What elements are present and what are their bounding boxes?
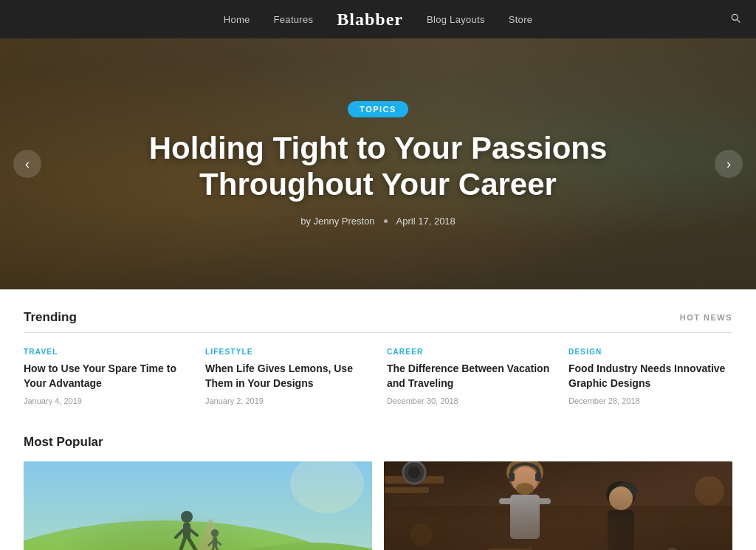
svg-point-40 <box>616 482 637 500</box>
navbar: Home Features Blabber Blog Layouts Store <box>0 0 756 38</box>
svg-rect-22 <box>385 487 429 493</box>
trending-header: Trending HOT NEWS <box>24 310 732 333</box>
svg-rect-20 <box>384 506 732 550</box>
svg-rect-35 <box>535 472 541 481</box>
svg-point-1 <box>24 520 372 550</box>
article-date-3: December 28, 2018 <box>568 396 732 405</box>
article-category-0: TRAVEL <box>24 348 188 356</box>
svg-point-43 <box>695 476 724 506</box>
chevron-left-icon: ‹ <box>25 157 30 172</box>
svg-rect-21 <box>385 476 444 484</box>
article-date-1: January 2, 2019 <box>205 396 369 405</box>
popular-card-1-image <box>24 461 372 550</box>
popular-card-2-image <box>384 461 732 550</box>
trending-item-1[interactable]: LIFESTYLE When Life Gives Lemons, Use Th… <box>205 348 369 405</box>
article-date-2: December 30, 2018 <box>387 396 551 405</box>
popular-title: Most Popular <box>24 435 732 450</box>
hero-prev-button[interactable]: ‹ <box>13 150 41 178</box>
svg-rect-36 <box>510 495 540 539</box>
svg-rect-0 <box>24 461 372 550</box>
svg-point-3 <box>290 461 364 513</box>
svg-rect-34 <box>509 472 515 481</box>
svg-rect-14 <box>213 537 218 547</box>
svg-point-33 <box>516 483 534 495</box>
article-date-0: January 4, 2019 <box>24 396 188 405</box>
nav-links: Home Features Blabber Blog Layouts Store <box>224 10 533 30</box>
svg-point-44 <box>410 524 433 546</box>
svg-point-2 <box>165 543 372 550</box>
trending-item-0[interactable]: TRAVEL How to Use Your Spare Time to You… <box>24 348 188 405</box>
svg-line-9 <box>179 539 185 550</box>
search-button[interactable] <box>729 12 741 27</box>
popular-card-1[interactable] <box>24 461 372 550</box>
popular-card-2[interactable] <box>384 461 732 550</box>
nav-store[interactable]: Store <box>509 14 533 25</box>
article-title-3: Food Industry Needs Innovative Graphic D… <box>568 362 732 391</box>
svg-point-23 <box>403 461 425 484</box>
site-logo[interactable]: Blabber <box>337 10 403 29</box>
svg-rect-37 <box>499 498 512 504</box>
svg-point-27 <box>509 461 541 492</box>
hero-banner: ‹ TOPICS Holding Tight to Your Passions … <box>0 38 756 289</box>
trending-grid: TRAVEL How to Use Your Spare Time to You… <box>24 348 732 405</box>
nav-blog-layouts[interactable]: Blog Layouts <box>427 14 485 25</box>
trail-image <box>24 461 372 550</box>
svg-point-30 <box>528 461 540 472</box>
svg-rect-38 <box>537 498 551 504</box>
svg-point-7 <box>181 511 193 523</box>
workshop-image <box>384 461 732 550</box>
hero-content: TOPICS Holding Tight to Your Passions Th… <box>0 101 756 227</box>
svg-point-13 <box>211 529 219 537</box>
trending-item-3[interactable]: DESIGN Food Industry Needs Innovative Gr… <box>568 348 732 405</box>
hero-next-button[interactable]: › <box>715 150 743 178</box>
article-title-2: The Difference Between Vacation and Trav… <box>387 362 551 391</box>
hero-author: by Jenny Preston <box>300 216 374 227</box>
article-title-1: When Life Gives Lemons, Use Them in Your… <box>205 362 369 391</box>
search-icon <box>729 12 741 24</box>
svg-point-28 <box>506 461 543 487</box>
hero-date: April 17, 2018 <box>396 216 456 227</box>
trending-section: Trending HOT NEWS TRAVEL How to Use Your… <box>0 289 756 420</box>
trending-item-2[interactable]: CAREER The Difference Between Vacation a… <box>387 348 551 405</box>
hero-tag[interactable]: TOPICS <box>348 101 408 117</box>
article-title-0: How to Use Your Spare Time to Your Advan… <box>24 362 188 391</box>
svg-rect-19 <box>384 461 732 550</box>
svg-point-41 <box>609 487 633 510</box>
svg-rect-8 <box>183 523 190 539</box>
svg-point-39 <box>606 481 636 508</box>
svg-point-31 <box>519 461 531 470</box>
svg-rect-42 <box>608 510 634 550</box>
article-category-3: DESIGN <box>568 348 732 356</box>
article-category-1: LIFESTYLE <box>205 348 369 356</box>
most-popular-section: Most Popular <box>0 420 756 550</box>
nav-home[interactable]: Home <box>224 14 250 25</box>
trending-title: Trending <box>24 310 77 325</box>
nav-features[interactable]: Features <box>274 14 314 25</box>
svg-point-24 <box>408 467 420 478</box>
svg-point-29 <box>510 461 522 472</box>
svg-line-10 <box>189 539 196 550</box>
hero-title: Holding Tight to Your Passions Throughou… <box>74 131 682 202</box>
chevron-right-icon: › <box>726 157 731 172</box>
svg-point-32 <box>512 467 538 493</box>
svg-line-12 <box>190 530 197 535</box>
article-category-2: CAREER <box>387 348 551 356</box>
svg-line-17 <box>209 542 213 546</box>
meta-separator <box>384 219 388 223</box>
hot-news-label: HOT NEWS <box>680 313 732 322</box>
svg-line-11 <box>176 530 183 537</box>
hero-meta: by Jenny Preston April 17, 2018 <box>74 216 682 227</box>
popular-grid <box>24 461 732 550</box>
svg-line-18 <box>217 542 221 545</box>
